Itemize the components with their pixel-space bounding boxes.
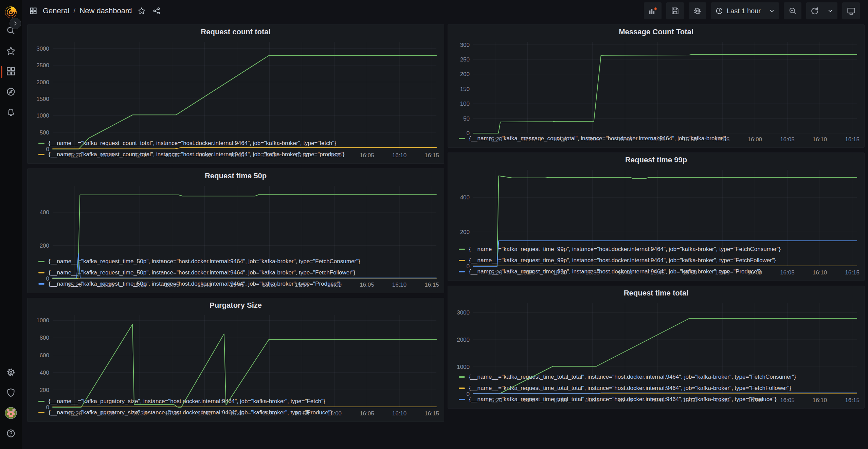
sidebar-item-dashboards[interactable]	[0, 62, 22, 82]
y-axis-tick-label: 200	[40, 387, 49, 393]
x-axis-tick-label: 16:15	[424, 410, 439, 417]
chevron-down-icon	[827, 8, 833, 14]
zoom-out-button[interactable]	[784, 2, 801, 19]
x-axis-tick-label: 16:00	[748, 136, 762, 143]
dashboard-settings-button[interactable]	[689, 2, 706, 19]
x-axis-tick-label: 16:10	[392, 282, 407, 288]
refresh-interval-dropdown-button[interactable]	[823, 2, 837, 19]
x-axis-tick-label: 15:40	[618, 397, 632, 403]
y-axis-tick-label: 1500	[36, 96, 49, 102]
x-axis-tick-label: 16:15	[845, 136, 860, 143]
time-picker: Last 1 hour	[711, 2, 779, 19]
cycle-view-mode-button[interactable]	[842, 2, 860, 19]
x-axis-tick-label: 15:50	[683, 397, 697, 403]
y-axis-tick-label: 400	[40, 370, 49, 376]
star-dashboard-icon[interactable]	[136, 5, 147, 16]
sidebar-item-profile[interactable]	[0, 403, 22, 424]
x-axis-tick-label: 16:10	[392, 410, 407, 417]
chart-canvas: 15:2015:2515:3015:3515:4015:4515:5015:55…	[31, 38, 440, 159]
y-axis-tick-label: 2000	[36, 79, 49, 86]
time-range-dropdown-button[interactable]	[765, 2, 779, 19]
sidebar-item-alerting[interactable]	[0, 103, 22, 123]
x-axis-tick-label: 15:45	[230, 410, 245, 417]
x-axis-tick-label: 16:10	[392, 152, 407, 159]
x-axis-tick-label: 15:40	[618, 269, 632, 276]
clock-icon	[715, 7, 723, 15]
add-panel-button[interactable]	[644, 2, 662, 19]
save-dashboard-button[interactable]	[666, 2, 684, 19]
grafana-app: General / New dashboard	[0, 0, 868, 449]
y-axis-tick-label: 3000	[457, 309, 470, 316]
panel-purgatory-size: Purgatory Size 15:2015:2515:3015:3515:40…	[27, 298, 444, 422]
chart-canvas: 15:2015:2515:3015:3515:4015:4515:5015:55…	[451, 166, 861, 276]
chevron-down-icon	[769, 8, 775, 14]
breadcrumb-dashboard-title[interactable]: New dashboard	[79, 6, 132, 15]
x-axis-tick-label: 15:20	[68, 282, 82, 288]
x-axis-tick-label: 15:50	[683, 269, 697, 276]
x-axis-tick-label: 15:45	[650, 397, 665, 403]
y-axis-tick-label: 500	[40, 129, 49, 136]
x-axis-tick-label: 15:45	[230, 282, 245, 288]
x-axis-tick-label: 15:30	[132, 282, 147, 288]
time-series-plot[interactable]: 15:2015:2515:3015:3515:4015:4515:5015:55…	[31, 38, 440, 137]
sidebar-item-configuration[interactable]	[0, 363, 22, 383]
x-axis-tick-label: 16:05	[360, 410, 374, 417]
time-series-plot[interactable]: 15:2015:2515:3015:3515:4015:4515:5015:55…	[31, 182, 440, 255]
dashboards-grid-icon	[6, 66, 16, 78]
x-axis-tick-label: 15:25	[520, 136, 535, 143]
panel-title[interactable]: Request time 99p	[451, 154, 861, 166]
time-series-plot[interactable]: 15:2015:2515:3015:3515:4015:4515:5015:55…	[451, 299, 861, 371]
x-axis-tick-label: 15:35	[165, 282, 180, 288]
refresh-picker	[806, 2, 837, 19]
x-axis-tick-label: 15:25	[520, 397, 535, 403]
y-axis-tick-label: 0	[467, 391, 470, 397]
time-series-plot[interactable]: 15:2015:2515:3015:3515:4015:4515:5015:55…	[31, 311, 440, 395]
x-axis-tick-label: 16:10	[813, 136, 827, 143]
x-axis-tick-label: 15:45	[650, 136, 665, 143]
apps-grid-icon[interactable]	[28, 5, 39, 16]
panel-title[interactable]: Request time 50p	[31, 170, 440, 182]
x-axis-tick-label: 15:40	[197, 410, 212, 417]
dashboard-column-right: Message Count Total 15:2015:2515:3015:35…	[448, 24, 865, 449]
sidebar-item-help[interactable]	[0, 424, 22, 444]
refresh-button[interactable]	[806, 2, 823, 19]
chart-canvas: 15:2015:2515:3015:3515:4015:4515:5015:55…	[31, 311, 440, 417]
sidebar-item-starred[interactable]	[0, 41, 22, 62]
breadcrumb: General / New dashboard	[28, 5, 162, 16]
x-axis-tick-label: 16:05	[780, 269, 795, 276]
series-line	[473, 241, 857, 266]
y-axis-tick-label: 50	[463, 115, 470, 122]
x-axis-tick-label: 15:20	[68, 152, 82, 159]
time-range-button[interactable]: Last 1 hour	[711, 2, 765, 19]
time-series-plot[interactable]: 15:2015:2515:3015:3515:4015:4515:5015:55…	[451, 166, 861, 243]
sidebar-expand-button[interactable]	[10, 18, 21, 29]
sidebar-item-server-admin[interactable]	[0, 383, 22, 403]
x-axis-tick-label: 15:50	[683, 136, 697, 143]
x-axis-tick-label: 16:00	[748, 397, 762, 403]
panel-request-count-total: Request count total 15:2015:2515:3015:35…	[27, 24, 444, 164]
x-axis-tick-label: 15:25	[100, 152, 114, 159]
panel-title[interactable]: Request time total	[451, 287, 861, 299]
panel-title[interactable]: Message Count Total	[451, 26, 861, 38]
x-axis-tick-label: 15:20	[488, 397, 503, 403]
compass-icon	[6, 87, 16, 98]
help-icon	[6, 428, 16, 440]
panel-title[interactable]: Purgatory Size	[31, 300, 440, 311]
x-axis-tick-label: 15:50	[262, 282, 277, 288]
y-axis-tick-label: 800	[40, 335, 49, 341]
x-axis-tick-label: 16:05	[780, 136, 795, 143]
sidebar-item-explore[interactable]	[0, 82, 22, 103]
time-series-plot[interactable]: 15:2015:2515:3015:3515:4015:4515:5015:55…	[451, 38, 861, 132]
shield-icon	[6, 388, 16, 399]
breadcrumb-folder[interactable]: General	[43, 6, 69, 15]
x-axis-tick-label: 15:25	[100, 410, 114, 417]
y-axis-tick-label: 1000	[36, 317, 49, 324]
x-axis-tick-label: 15:55	[295, 410, 309, 417]
x-axis-tick-label: 16:00	[327, 152, 342, 159]
series-line	[53, 324, 436, 407]
series-line	[53, 195, 436, 279]
y-axis-tick-label: 400	[40, 209, 49, 216]
panel-title[interactable]: Request count total	[31, 26, 440, 38]
x-axis-tick-label: 15:35	[585, 397, 600, 403]
share-icon[interactable]	[151, 5, 162, 16]
